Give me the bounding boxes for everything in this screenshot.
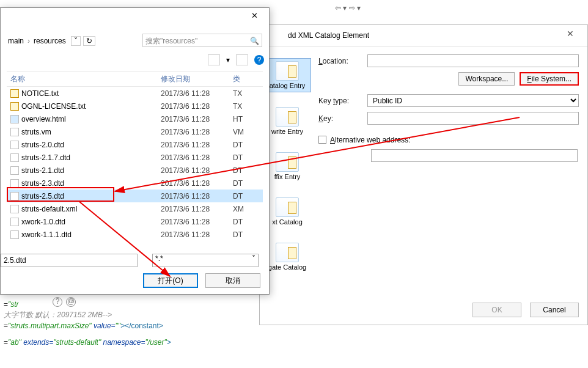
file-icon xyxy=(10,89,19,98)
highlight-box xyxy=(7,187,114,202)
suffix-entry-icon xyxy=(276,152,299,172)
alt-web-input[interactable] xyxy=(371,149,578,162)
help-icon[interactable]: ? xyxy=(254,55,264,65)
rewrite-entry-icon xyxy=(276,107,299,127)
delegate-catalog-icon xyxy=(276,243,299,262)
table-row[interactable]: struts-2.1.7.dtd2017/3/6 11:28DT xyxy=(7,151,263,164)
key-input[interactable] xyxy=(367,112,579,125)
close-icon[interactable]: ✕ xyxy=(242,9,266,23)
preview-pane-icon[interactable] xyxy=(236,54,248,65)
rewrite-entry-item[interactable]: write Entry xyxy=(263,105,311,138)
col-date[interactable]: 修改日期 xyxy=(161,74,233,84)
chevron-down-icon[interactable]: ˅ xyxy=(71,36,81,46)
file-list: 名称 修改日期 类 NOTICE.txt2017/3/6 11:28TXOGNL… xyxy=(7,72,263,243)
file-icon xyxy=(10,141,19,149)
catalog-type-list: atalog Entry write Entry ffix Entry xt C… xyxy=(263,54,311,288)
search-input[interactable]: 搜索"resources"🔍 xyxy=(142,34,262,47)
catalog-entry-icon xyxy=(276,61,299,81)
table-row[interactable]: struts.vm2017/3/6 11:28VM xyxy=(7,125,263,138)
alt-web-checkbox[interactable] xyxy=(318,136,326,144)
col-type[interactable]: 类 xyxy=(233,74,255,84)
dialog-title: dd XML Catalog Element xyxy=(288,31,369,40)
table-row[interactable]: struts-2.0.dtd2017/3/6 11:28DT xyxy=(7,138,263,151)
view-mode-icon[interactable] xyxy=(208,54,220,65)
file-icon xyxy=(10,230,19,239)
location-input[interactable] xyxy=(367,54,579,67)
workspace-button[interactable]: Workspace... xyxy=(458,72,515,86)
open-button[interactable]: 打开(O) xyxy=(143,273,198,288)
chevron-down-icon[interactable]: ▾ xyxy=(226,56,230,64)
code-editor[interactable]: ="str 大字节数 默认：2097152 2MB--> ="struts.mu… xyxy=(0,297,588,351)
file-icon xyxy=(10,218,19,226)
file-icon xyxy=(10,179,19,188)
next-catalog-icon xyxy=(276,197,299,217)
col-name[interactable]: 名称 xyxy=(7,74,161,84)
file-system-button[interactable]: File System... xyxy=(520,72,579,86)
file-icon xyxy=(10,115,19,123)
table-row[interactable]: OGNL-LICENSE.txt2017/3/6 11:28TX xyxy=(7,100,263,112)
search-icon: 🔍 xyxy=(250,34,259,48)
file-icon xyxy=(10,102,19,111)
breadcrumb[interactable]: main› resources ˅ ↻ xyxy=(6,34,95,48)
table-row[interactable]: NOTICE.txt2017/3/6 11:28TX xyxy=(7,87,263,100)
table-row[interactable]: xwork-1.0.dtd2017/3/6 11:28DT xyxy=(7,215,263,228)
close-icon[interactable]: ✕ xyxy=(557,26,584,41)
xml-catalog-dialog: dd XML Catalog Element ✕ atalog Entry wr… xyxy=(259,24,588,325)
delegate-catalog-item[interactable]: gate Catalog xyxy=(263,240,311,273)
next-catalog-item[interactable]: xt Catalog xyxy=(263,195,311,228)
cancel-button[interactable]: 取消 xyxy=(205,273,260,288)
keytype-label: Key type: xyxy=(318,97,367,105)
file-icon xyxy=(10,166,19,175)
nav-back-forward[interactable]: ⇦ ▾ ⇨ ▾ xyxy=(335,4,366,12)
filename-input[interactable] xyxy=(1,254,138,267)
filetype-select[interactable]: *.*˅ xyxy=(152,254,259,267)
file-icon xyxy=(10,128,19,136)
file-icon xyxy=(10,153,19,162)
refresh-icon[interactable]: ↻ xyxy=(83,36,95,46)
keytype-select[interactable]: Public ID xyxy=(367,94,579,107)
catalog-entry-item[interactable]: atalog Entry xyxy=(263,58,311,92)
table-row[interactable]: struts-2.1.dtd2017/3/6 11:28DT xyxy=(7,164,263,177)
table-row[interactable]: overview.html2017/3/6 11:28HT xyxy=(7,112,263,125)
location-label: LLocation:ocation: xyxy=(318,57,367,65)
file-icon xyxy=(10,205,19,213)
key-label: Key: xyxy=(318,114,367,123)
file-open-dialog: ✕ main› resources ˅ ↻ 搜索"resources"🔍 ▾ ?… xyxy=(0,7,270,295)
alt-web-label: Alternative web address: xyxy=(330,136,410,144)
table-row[interactable]: struts-default.xml2017/3/6 11:28XM xyxy=(7,202,263,215)
table-row[interactable]: xwork-1.1.1.dtd2017/3/6 11:28DT xyxy=(7,228,263,241)
suffix-entry-item[interactable]: ffix Entry xyxy=(263,150,311,183)
